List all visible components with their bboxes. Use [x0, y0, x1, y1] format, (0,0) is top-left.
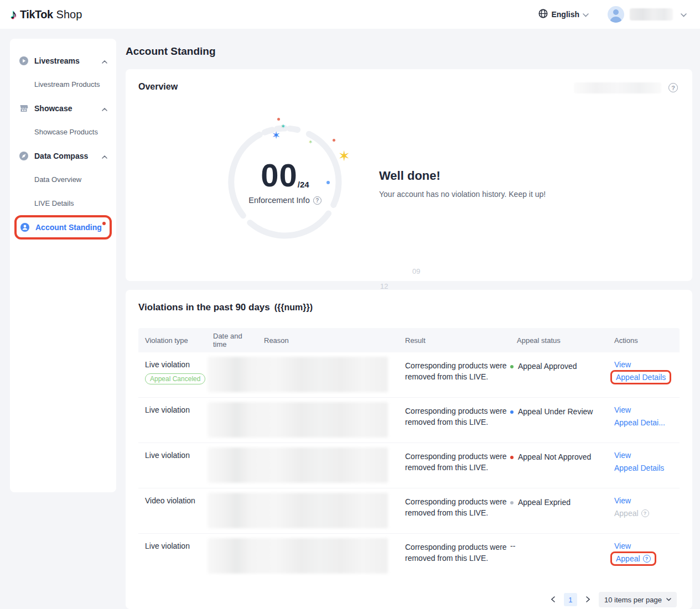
page-title: Account Standing — [126, 45, 216, 58]
compass-icon — [19, 151, 29, 161]
result-text: Corresponding products were removed from… — [405, 496, 507, 519]
status-dot — [510, 456, 514, 459]
overview-title: Overview — [138, 82, 178, 92]
sidebar-item-showcase-products[interactable]: Showcase Products — [15, 120, 111, 144]
sparkle-dot-red — [333, 139, 335, 142]
appeal-link[interactable]: Appeal ? — [616, 554, 651, 563]
appeal-status: Appeal Approved — [518, 362, 577, 371]
appeal-status: -- — [510, 542, 515, 550]
enforcement-score: 00 — [261, 160, 298, 190]
enforcement-info-label: Enforcement Info — [248, 196, 309, 205]
sidebar-item-live-details[interactable]: LIVE Details — [15, 191, 111, 215]
user-avatar[interactable] — [608, 6, 624, 23]
globe-icon — [538, 9, 548, 20]
sparkle-dot-red — [277, 118, 280, 121]
table-row: Live violation Appeal Canceled Correspon… — [138, 352, 680, 398]
chevron-left-icon[interactable] — [548, 595, 558, 605]
table-row: Live violation Corresponding products we… — [138, 534, 680, 579]
sidebar-item-label: Data Compass — [34, 152, 102, 160]
column-appeal-status: Appeal status — [510, 336, 608, 345]
livestream-icon — [19, 56, 29, 66]
appeal-link-disabled: Appeal ? — [614, 509, 649, 518]
column-result: Result — [398, 336, 510, 345]
sidebar-item-data-compass[interactable]: Data Compass — [15, 144, 111, 168]
status-dot — [510, 501, 514, 504]
chevron-up-icon — [102, 103, 107, 113]
table-row: Video violation Corresponding products w… — [138, 488, 680, 534]
brand-shop: Shop — [56, 8, 82, 21]
tiktok-shop-logo: ♪ TikTok Shop — [10, 8, 82, 21]
chevron-right-icon[interactable] — [583, 595, 593, 605]
chevron-up-icon — [102, 151, 107, 161]
overview-card: Overview ? 09 12 00 /24 Enforcement Info… — [126, 69, 692, 281]
column-reason: Reason — [257, 336, 398, 345]
table-row: Live violation Corresponding products we… — [138, 398, 680, 443]
help-icon[interactable]: ? — [641, 509, 649, 517]
sidebar-item-data-overview[interactable]: Data Overview — [15, 168, 111, 191]
gauge-tick-12: 12 — [380, 282, 388, 290]
sidebar: Livestreams Livestream Products Showcase… — [10, 39, 116, 492]
chevron-down-icon — [666, 598, 671, 601]
annotation-box-account-standing: Account Standing — [14, 215, 112, 240]
violations-count-placeholder: ({{num}}) — [274, 303, 313, 313]
enforcement-score-max: /24 — [298, 180, 309, 189]
violation-type: Live violation — [145, 405, 206, 414]
redacted-date-reason — [208, 357, 388, 392]
view-link[interactable]: View — [614, 542, 631, 550]
help-icon[interactable]: ? — [313, 196, 322, 205]
violations-table: Violation type Date and time Reason Resu… — [138, 328, 680, 579]
sidebar-item-label: Account Standing — [35, 223, 102, 232]
appeal-details-link[interactable]: Appeal Details — [616, 373, 666, 382]
well-done-title: Well done! — [379, 169, 440, 183]
sparkle-star-yellow: ✶ — [338, 149, 350, 163]
result-text: Corresponding products were removed from… — [405, 405, 507, 428]
appeal-details-link[interactable]: Appeal Detai... — [614, 418, 665, 427]
status-dot — [510, 365, 514, 368]
sparkle-dot-blue — [326, 181, 330, 184]
showcase-icon — [19, 103, 29, 113]
help-icon[interactable]: ? — [668, 83, 678, 92]
view-link[interactable]: View — [614, 360, 631, 369]
sidebar-item-account-standing[interactable]: Account Standing — [17, 217, 110, 237]
annotation-box-appeal: Appeal ? — [610, 551, 656, 566]
view-link[interactable]: View — [614, 451, 631, 460]
view-link[interactable]: View — [614, 405, 631, 414]
notification-dot — [102, 222, 106, 225]
sparkle-star-blue: ✶ — [272, 130, 281, 140]
sidebar-item-livestream-products[interactable]: Livestream Products — [15, 72, 111, 96]
result-text: Corresponding products were removed from… — [405, 360, 507, 383]
redacted-date-reason — [208, 538, 388, 574]
redacted-date-reason — [208, 447, 388, 483]
language-selector[interactable]: English — [538, 9, 589, 20]
chevron-down-icon — [583, 9, 589, 19]
help-icon[interactable]: ? — [643, 555, 651, 563]
page-number[interactable]: 1 — [564, 593, 577, 606]
sidebar-item-livestreams[interactable]: Livestreams — [15, 49, 111, 72]
redacted-date-reason — [208, 493, 388, 528]
appeal-canceled-badge: Appeal Canceled — [145, 373, 205, 384]
gauge-tick-09: 09 — [412, 267, 420, 275]
page-size-select[interactable]: 10 items per page — [599, 592, 677, 607]
top-bar: ♪ TikTok Shop English — [0, 0, 700, 29]
appeal-status: Appeal Not Approved — [518, 452, 591, 461]
column-violation-type: Violation type — [138, 336, 206, 345]
status-dot — [510, 410, 514, 414]
appeal-details-link[interactable]: Appeal Details — [614, 464, 664, 472]
overview-redacted-text — [574, 82, 661, 93]
sidebar-item-showcase[interactable]: Showcase — [15, 96, 111, 120]
violation-type: Live violation — [145, 451, 206, 460]
sparkle-star-green: ✶ — [308, 139, 313, 145]
violations-card: Violations in the past 90 days ({{num}})… — [126, 290, 692, 609]
account-standing-icon — [20, 222, 30, 232]
well-done-subtitle: Your account has no violation history. K… — [379, 190, 546, 199]
chevron-down-icon[interactable] — [681, 9, 687, 19]
brand-tiktok: TikTok — [20, 8, 53, 21]
page-size-label: 10 items per page — [604, 596, 662, 604]
sparkle-star-teal: ✶ — [281, 123, 286, 129]
table-row: Live violation Corresponding products we… — [138, 443, 680, 488]
column-actions: Actions — [608, 336, 680, 345]
view-link[interactable]: View — [614, 496, 631, 505]
sidebar-item-label: Showcase — [34, 104, 102, 113]
violation-type: Live violation — [145, 542, 206, 550]
violation-type: Video violation — [145, 496, 206, 505]
